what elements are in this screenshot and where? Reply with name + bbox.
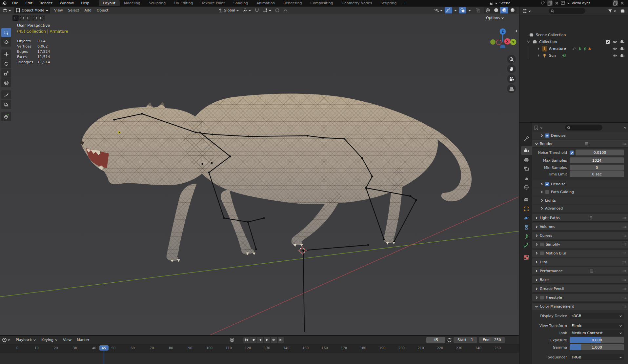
- prop-look-dropdown[interactable]: Medium Contrast: [570, 330, 624, 336]
- tab-layout[interactable]: Layout: [99, 0, 119, 6]
- transform-tool-button[interactable]: [1, 78, 11, 87]
- prop-motion-blur-panel[interactable]: Motion Blur: [532, 249, 628, 257]
- prop-curves-panel[interactable]: Curves: [532, 232, 628, 239]
- prop-path-guiding-subpanel[interactable]: Path Guiding: [532, 188, 628, 195]
- next-keyframe-button[interactable]: [271, 337, 277, 343]
- start-frame-field[interactable]: Start 1: [454, 337, 477, 343]
- tab-texture-paint[interactable]: Texture Paint: [197, 0, 229, 6]
- outliner-row-armature[interactable]: Armature: [519, 45, 628, 52]
- snap-toggle[interactable]: [253, 7, 261, 13]
- tab-uv-editing[interactable]: UV Editing: [170, 0, 197, 6]
- prop-film-panel[interactable]: Film: [532, 258, 628, 266]
- jump-end-button[interactable]: [278, 337, 284, 343]
- scale-tool-button[interactable]: [1, 69, 11, 78]
- prop-exposure-slider[interactable]: 0.000: [570, 337, 624, 343]
- new-collection-button[interactable]: [619, 8, 626, 14]
- gizmo-dropdown[interactable]: [453, 7, 458, 13]
- proportional-editing-toggle[interactable]: [273, 7, 281, 13]
- object-visibility-dropdown[interactable]: [433, 7, 444, 13]
- prop-performance-panel[interactable]: Performance: [532, 267, 628, 275]
- prop-path-guiding-checkbox[interactable]: [545, 190, 549, 194]
- menu-edit[interactable]: Edit: [22, 0, 36, 6]
- cursor-tool-button[interactable]: [1, 37, 11, 47]
- timeline-menu-view[interactable]: View: [60, 337, 74, 342]
- prev-keyframe-button[interactable]: [250, 337, 256, 343]
- prop-volumes-panel[interactable]: Volumes: [532, 223, 628, 231]
- prop-lights-subpanel[interactable]: Lights: [532, 197, 628, 204]
- prop-denoise-checkbox[interactable]: [545, 182, 549, 186]
- panther-model[interactable]: [80, 91, 472, 262]
- prop-noise-threshold-value-field[interactable]: 0.0100: [576, 150, 624, 155]
- prop-curves-drag-handle[interactable]: [621, 233, 626, 238]
- properties-tab-render[interactable]: [521, 146, 532, 155]
- prop-simplify-panel[interactable]: Simplify: [532, 240, 628, 248]
- new-scene-icon[interactable]: [547, 0, 553, 6]
- viewport-menu-add[interactable]: Add: [82, 8, 94, 12]
- play-reverse-button[interactable]: [257, 337, 263, 343]
- add-workspace-button[interactable]: +: [401, 0, 409, 6]
- pivot-point-dropdown[interactable]: [241, 7, 253, 13]
- add-cube-tool-button[interactable]: [1, 112, 11, 121]
- timeline-ruler[interactable]: 0102030405060708090100110120130140150160…: [0, 344, 519, 353]
- scene-name[interactable]: Scene: [499, 1, 539, 5]
- prop-display-device-dropdown[interactable]: sRGB: [570, 313, 624, 319]
- outliner-row-scene-collection[interactable]: Scene Collection: [519, 31, 628, 38]
- measure-tool-button[interactable]: [1, 100, 11, 109]
- exclude-checkbox[interactable]: [606, 40, 610, 44]
- viewlayer-name[interactable]: ViewLayer: [572, 1, 611, 5]
- gizmo-neg-z-axis[interactable]: [500, 45, 505, 48]
- menu-help[interactable]: Help: [77, 0, 93, 6]
- remove-viewlayer-icon[interactable]: [620, 1, 625, 6]
- prop-min-samples-value-field[interactable]: 0: [570, 165, 624, 171]
- camera-view-button[interactable]: [507, 74, 516, 83]
- outliner-row-sun[interactable]: Sun: [519, 52, 628, 59]
- tab-shading[interactable]: Shading: [229, 0, 253, 6]
- outliner-filter-button[interactable]: [606, 8, 618, 14]
- menu-render[interactable]: Render: [36, 0, 56, 6]
- show-overlays-toggle[interactable]: [459, 7, 466, 13]
- use-preview-range-toggle[interactable]: [447, 337, 452, 342]
- prop-grease-pencil-drag-handle[interactable]: [621, 286, 626, 291]
- prop-bake-panel[interactable]: Bake: [532, 276, 628, 284]
- prop-freestyle-checkbox[interactable]: [540, 295, 544, 300]
- prop-render-options-icon[interactable]: [585, 141, 589, 146]
- prop-bake-drag-handle[interactable]: [621, 277, 626, 282]
- disable-render-toggle[interactable]: [620, 46, 625, 51]
- timeline-tracks[interactable]: [0, 353, 519, 364]
- outliner-item-label[interactable]: Sun: [549, 53, 556, 58]
- 3d-viewport[interactable]: User Perspective (45) Collection | Armat…: [0, 14, 519, 335]
- outliner-search-input[interactable]: [549, 8, 585, 14]
- properties-tab-object[interactable]: [521, 205, 532, 213]
- timeline-menu-marker[interactable]: Marker: [74, 337, 92, 342]
- prop-view-transform-dropdown[interactable]: Filmic: [570, 323, 624, 329]
- timeline-menu-playback[interactable]: Playback: [13, 337, 39, 342]
- prop-noise-threshold-checkbox[interactable]: [570, 151, 574, 155]
- prop-render-panel[interactable]: Render: [532, 140, 628, 148]
- prop-light-paths-options-icon[interactable]: [588, 215, 593, 220]
- sidebar-collapse-icon[interactable]: [515, 29, 518, 33]
- xray-toggle[interactable]: [474, 7, 482, 13]
- prop-simplify-drag-handle[interactable]: [621, 242, 626, 247]
- properties-tab-collection[interactable]: [521, 195, 532, 204]
- select-mode-new-button[interactable]: [12, 15, 19, 21]
- disable-render-toggle[interactable]: [620, 53, 625, 58]
- play-button[interactable]: [264, 337, 270, 343]
- timeline-editor-type-button[interactable]: [2, 337, 10, 342]
- unlink-scene-icon[interactable]: [554, 1, 559, 6]
- prop-motion-blur-drag-handle[interactable]: [621, 251, 626, 256]
- outliner-item-label[interactable]: Scene Collection: [536, 33, 566, 37]
- prop-motion-blur-checkbox[interactable]: [540, 251, 544, 255]
- shading-rendered-button[interactable]: [508, 7, 517, 13]
- properties-tab-texture[interactable]: [521, 253, 532, 262]
- prop-freestyle-panel[interactable]: Freestyle: [532, 293, 628, 301]
- viewport-menu-select[interactable]: Select: [65, 8, 82, 12]
- menu-file[interactable]: File: [9, 0, 22, 6]
- show-gizmo-toggle[interactable]: [445, 7, 452, 13]
- jump-start-button[interactable]: [243, 337, 250, 343]
- rotate-tool-button[interactable]: [1, 59, 11, 68]
- scene-selector[interactable]: Scene: [488, 0, 559, 6]
- prop-advanced-subpanel[interactable]: Advanced: [532, 205, 628, 212]
- tab-modeling[interactable]: Modeling: [120, 0, 145, 6]
- outliner-item-label[interactable]: Collection: [539, 40, 557, 44]
- prop-performance-options-icon[interactable]: [590, 269, 594, 273]
